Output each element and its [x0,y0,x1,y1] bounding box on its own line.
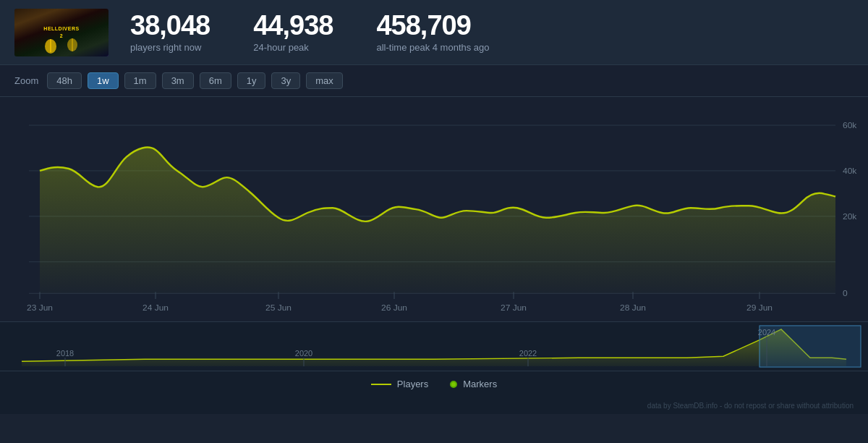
stats-group: 38,048 players right now 44,938 24-hour … [130,12,854,53]
mini-chart-area: 2018 2020 2022 2024 [0,321,868,371]
peak-24h-value: 44,938 [253,12,333,39]
svg-text:27 Jun: 27 Jun [501,303,527,313]
svg-text:2022: 2022 [519,349,537,358]
main-chart-svg: 60k 40k 20k 0 23 Jun 24 Jun 25 Jun 26 Ju… [0,104,868,321]
peak-24h-label: 24-hour peak [253,42,333,53]
players-legend-line [371,384,391,385]
zoom-1m-button[interactable]: 1m [124,72,156,89]
svg-text:2024: 2024 [758,328,775,337]
svg-text:2020: 2020 [295,349,312,358]
legend-bar: Players Markers [0,371,868,397]
footer-credit-text: data by SteamDB.info - do not repost or … [647,402,854,410]
game-thumbnail: HELLDIVERS2 [14,9,109,56]
stat-alltime-peak: 458,709 all-time peak 4 months ago [376,12,489,53]
svg-text:2018: 2018 [56,349,74,358]
markers-legend-dot [450,381,457,388]
svg-text:28 Jun: 28 Jun [620,303,646,313]
markers-legend-label: Markers [463,379,497,389]
controls-bar: Zoom 48h 1w 1m 3m 6m 1y 3y max [0,65,868,97]
svg-text:20k: 20k [843,211,856,222]
mini-chart-svg: 2018 2020 2022 2024 [0,322,868,371]
footer-credit-bar: data by SteamDB.info - do not repost or … [0,397,868,414]
zoom-1y-button[interactable]: 1y [237,72,266,89]
header-bar: HELLDIVERS2 38,048 players right now 44,… [0,0,868,65]
svg-text:40k: 40k [843,166,856,176]
players-legend-label: Players [397,379,428,389]
svg-text:26 Jun: 26 Jun [381,303,407,313]
stat-24h-peak: 44,938 24-hour peak [253,12,333,53]
svg-rect-0 [14,32,109,54]
legend-markers: Markers [450,379,497,389]
zoom-3m-button[interactable]: 3m [162,72,194,89]
svg-text:23 Jun: 23 Jun [27,303,53,313]
zoom-6m-button[interactable]: 6m [200,72,231,89]
svg-text:25 Jun: 25 Jun [265,303,292,313]
current-players-value: 38,048 [130,12,210,39]
current-players-label: players right now [130,42,210,53]
legend-players: Players [371,379,428,389]
zoom-1w-button[interactable]: 1w [88,72,119,89]
svg-text:24 Jun: 24 Jun [142,303,169,313]
alltime-peak-value: 458,709 [376,12,489,39]
alltime-peak-label: all-time peak 4 months ago [376,42,489,53]
stat-current-players: 38,048 players right now [130,12,210,53]
svg-text:60k: 60k [843,120,856,130]
zoom-3y-button[interactable]: 3y [271,72,300,89]
zoom-max-button[interactable]: max [306,72,343,89]
zoom-48h-button[interactable]: 48h [47,72,82,89]
svg-text:29 Jun: 29 Jun [746,303,773,313]
svg-text:0: 0 [843,288,848,298]
main-chart-area: 60k 40k 20k 0 23 Jun 24 Jun 25 Jun 26 Ju… [0,97,868,321]
zoom-label: Zoom [14,75,38,86]
